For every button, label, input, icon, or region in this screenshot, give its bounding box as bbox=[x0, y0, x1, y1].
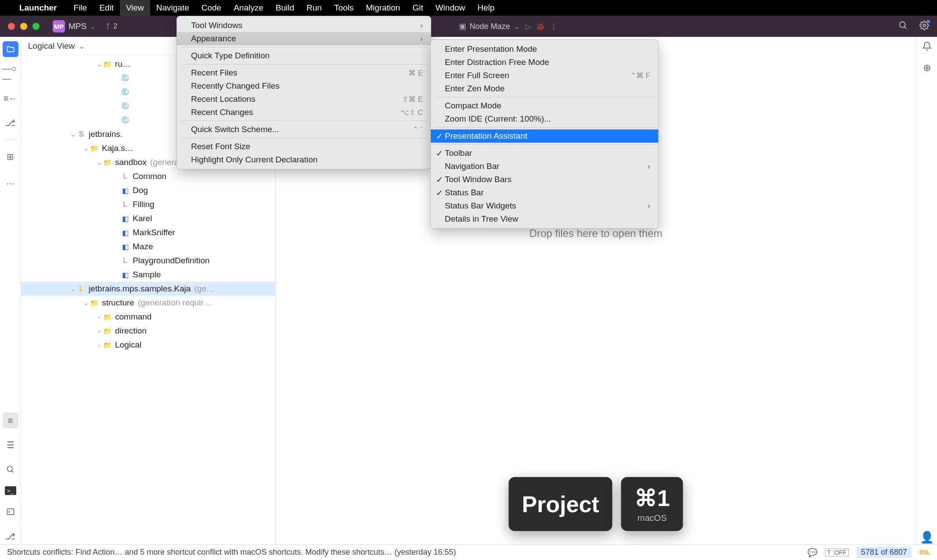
tree-row[interactable]: ◧Dog bbox=[21, 183, 275, 197]
menu-item[interactable]: Recent Changes⌥⇧ C bbox=[177, 106, 431, 119]
menu-item[interactable]: Status Bar Widgets› bbox=[431, 199, 658, 212]
menu-item-label: Quick Switch Scheme... bbox=[191, 125, 279, 134]
menu-item[interactable]: Quick Type Definition bbox=[177, 49, 431, 62]
macos-menu-help[interactable]: Help bbox=[471, 0, 501, 16]
macos-menu-tools[interactable]: Tools bbox=[328, 0, 360, 16]
debug-icon[interactable]: 🐞 bbox=[536, 22, 545, 31]
pull-requests-icon[interactable]: ⎇ bbox=[3, 115, 18, 131]
tree-chevron-icon[interactable]: ⌄ bbox=[96, 61, 103, 68]
tree-label: jetbrains.mps.samples.Kaja bbox=[89, 284, 191, 294]
file-counter[interactable]: 5781 of 6807 bbox=[857, 547, 912, 558]
macos-menu-migration[interactable]: Migration bbox=[360, 0, 406, 16]
vcs-branch-icon[interactable]: ᚶ bbox=[106, 22, 111, 30]
list-tool-icon[interactable]: ☰ bbox=[3, 437, 18, 453]
tree-row[interactable]: ◧Karel bbox=[21, 212, 275, 226]
macos-menu-edit[interactable]: Edit bbox=[93, 0, 120, 16]
menu-item[interactable]: Recent Files⌘ E bbox=[177, 66, 431, 79]
git-tool-icon[interactable]: ⎇ bbox=[3, 528, 18, 544]
tree-row[interactable]: LFilling bbox=[21, 197, 275, 212]
menu-item[interactable]: Reset Font Size bbox=[177, 140, 431, 153]
macos-menu-analyze[interactable]: Analyze bbox=[227, 0, 270, 16]
tree-row[interactable]: ⌄📁structure(generation requir… bbox=[21, 296, 275, 310]
tree-row[interactable]: ◧Maze bbox=[21, 240, 275, 254]
close-window-icon[interactable] bbox=[8, 23, 15, 30]
fullscreen-window-icon[interactable] bbox=[32, 23, 40, 30]
terminal-tool-icon[interactable]: >_ bbox=[5, 486, 16, 495]
tree-row[interactable]: ›📁direction bbox=[21, 324, 275, 338]
minimize-window-icon[interactable] bbox=[20, 23, 27, 30]
tree-row[interactable]: LPlaygroundDefinition bbox=[21, 254, 275, 268]
tree-row[interactable]: ◧Sample bbox=[21, 268, 275, 282]
find-tool-icon[interactable] bbox=[3, 462, 18, 477]
tree-chevron-icon[interactable]: ⌄ bbox=[96, 159, 103, 166]
tree-chevron-icon[interactable]: ⌄ bbox=[69, 131, 76, 138]
menu-item[interactable]: Recent Locations⇧⌘ E bbox=[177, 93, 431, 106]
more-tools-icon[interactable]: … bbox=[3, 173, 18, 189]
terminal2-tool-icon[interactable] bbox=[3, 504, 18, 520]
macos-menu-view[interactable]: View bbox=[120, 0, 150, 16]
macos-menu-window[interactable]: Window bbox=[429, 0, 472, 16]
menu-item[interactable]: Enter Presentation Mode bbox=[431, 43, 658, 56]
notifications-icon[interactable] bbox=[922, 41, 932, 54]
tree-chevron-icon[interactable]: › bbox=[96, 328, 103, 334]
menu-item[interactable]: Details in Tree View bbox=[431, 212, 658, 226]
tree-chevron-icon[interactable]: ⌄ bbox=[83, 145, 90, 152]
project-tool-icon[interactable] bbox=[3, 41, 18, 57]
macos-menu-file[interactable]: File bbox=[68, 0, 94, 16]
tree-label: Filling bbox=[133, 200, 155, 209]
menu-item[interactable]: Zoom IDE (Current: 100%)... bbox=[431, 112, 658, 126]
branch-count[interactable]: 2 bbox=[113, 22, 117, 30]
menu-item[interactable]: ✓Presentation Assistant bbox=[431, 129, 658, 143]
menu-item[interactable]: Highlight Only Current Declaration bbox=[177, 153, 431, 166]
menu-item[interactable]: Tool Windows› bbox=[177, 19, 431, 32]
c-circ-icon: Ⓒ bbox=[120, 102, 130, 111]
menu-item[interactable]: Quick Switch Scheme...⌃ ` bbox=[177, 123, 431, 136]
more-actions-icon[interactable]: ⋮ bbox=[550, 22, 557, 31]
menu-item[interactable]: Recently Changed Files bbox=[177, 79, 431, 93]
settings-icon[interactable] bbox=[919, 21, 929, 32]
menu-item[interactable]: ✓Tool Window Bars bbox=[431, 173, 658, 186]
run-config-dropdown[interactable]: ▣ Node Maze ⌄ bbox=[459, 22, 520, 31]
commit-tool-icon[interactable]: —○— bbox=[3, 66, 18, 82]
panel-title: Logical View bbox=[28, 41, 75, 51]
menu-item[interactable]: Enter Full Screen⌃⌘ F bbox=[431, 69, 658, 82]
editor-nav-icon[interactable]: ≡ bbox=[3, 413, 18, 428]
tree-row[interactable]: ›📁command bbox=[21, 310, 275, 324]
run-icon[interactable]: ▷ bbox=[526, 22, 531, 31]
avatar-icon[interactable]: 👤 bbox=[920, 531, 934, 544]
search-icon[interactable] bbox=[898, 21, 908, 32]
macos-menu-build[interactable]: Build bbox=[270, 0, 300, 16]
menu-item[interactable]: Compact Mode bbox=[431, 99, 658, 112]
status-message[interactable]: Shortcuts conflicts: Find Action… and 5 … bbox=[7, 548, 807, 557]
tree-row[interactable]: LCommon bbox=[21, 169, 275, 183]
tree-chevron-icon[interactable]: › bbox=[96, 342, 103, 348]
app-name[interactable]: Launcher bbox=[19, 3, 57, 13]
tree-chevron-icon[interactable]: ⌄ bbox=[83, 300, 90, 306]
menu-item[interactable]: Appearance› bbox=[177, 32, 431, 45]
dsl-widget[interactable]: DSL bbox=[919, 549, 930, 556]
macos-menu-run[interactable]: Run bbox=[300, 0, 328, 16]
menu-item[interactable]: ✓Toolbar bbox=[431, 147, 658, 160]
tree-chevron-icon[interactable]: › bbox=[96, 314, 103, 320]
chat-icon[interactable]: 💬 bbox=[807, 548, 817, 557]
tree-chevron-icon[interactable]: ⌄ bbox=[69, 286, 76, 292]
tree-row[interactable]: ›📁Logical bbox=[21, 338, 275, 352]
macos-menu-code[interactable]: Code bbox=[195, 0, 227, 16]
macos-menu-git[interactable]: Git bbox=[406, 0, 429, 16]
menu-item[interactable]: Navigation Bar› bbox=[431, 160, 658, 173]
chevron-down-icon[interactable]: ⌄ bbox=[90, 22, 96, 31]
structure-tool-icon[interactable]: ≡← bbox=[3, 90, 18, 106]
services-tool-icon[interactable]: ⊞ bbox=[3, 149, 18, 165]
tree-row[interactable]: ⌄Ljetbrains.mps.samples.Kaja(ge… bbox=[21, 282, 275, 296]
menu-item[interactable]: ✓Status Bar bbox=[431, 186, 658, 199]
menu-item[interactable]: Enter Distraction Free Mode bbox=[431, 56, 658, 69]
toff-indicator[interactable]: T :OFF bbox=[825, 549, 849, 556]
tree-row[interactable]: ◧MarkSniffer bbox=[21, 226, 275, 240]
macos-menu-navigate[interactable]: Navigate bbox=[150, 0, 195, 16]
project-name[interactable]: MPS bbox=[68, 22, 86, 31]
project-badge[interactable]: MP bbox=[53, 20, 65, 32]
menu-item-label: Details in Tree View bbox=[445, 214, 519, 224]
meetup-icon[interactable]: ⊕ bbox=[923, 62, 931, 74]
menu-item[interactable]: Enter Zen Mode bbox=[431, 82, 658, 95]
menu-separator bbox=[434, 97, 655, 97]
